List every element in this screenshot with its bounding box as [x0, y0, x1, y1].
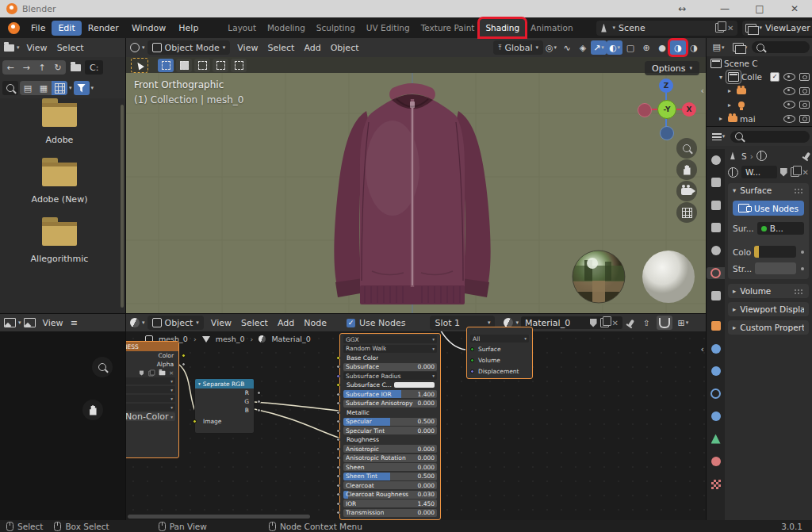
- world-color-swatch[interactable]: [754, 246, 796, 258]
- checkbox-checked-icon[interactable]: ✓: [770, 72, 779, 82]
- properties-tab-data[interactable]: [707, 433, 725, 445]
- principled-transmission[interactable]: Transmission0.000: [343, 509, 437, 517]
- principled-random-walk[interactable]: Random Walk▾: [343, 345, 437, 353]
- interpolation-dropdown[interactable]: ▾: [126, 377, 175, 385]
- gizmo-x-ball[interactable]: X: [682, 102, 696, 117]
- gizmo-z-ball[interactable]: Z: [659, 78, 673, 93]
- use-nodes-toggle[interactable]: ✓ Use Nodes: [347, 318, 406, 328]
- source-dropdown[interactable]: ▾: [126, 404, 175, 411]
- select-mode-intersect-button[interactable]: [231, 59, 247, 72]
- principled-base-color[interactable]: Base Color: [343, 354, 437, 362]
- open-image-icon[interactable]: [159, 371, 166, 375]
- output-socket[interactable]: [182, 354, 186, 358]
- file-browser-menu-select[interactable]: Select: [52, 41, 89, 55]
- image-texture-node-header[interactable]: NESS: [126, 342, 178, 351]
- workspace-tab-layout[interactable]: Layout: [222, 19, 262, 36]
- principled-bsdf-node[interactable]: GGX▾Random Walk▾Base ColorSubsurface0.00…: [339, 333, 441, 520]
- xray-toggle-icon[interactable]: ▢: [622, 40, 638, 55]
- separate-rgb-node[interactable]: ▾ Separate RGB RGB Image: [194, 378, 255, 434]
- select-mode-new-button[interactable]: [158, 59, 174, 72]
- input-socket[interactable]: [336, 465, 340, 469]
- input-socket[interactable]: [336, 419, 340, 423]
- material-name-field[interactable]: Material_0 ✕: [521, 316, 622, 329]
- properties-tab-particles[interactable]: [707, 366, 725, 377]
- image-editor-menu-view[interactable]: View: [38, 316, 68, 330]
- properties-tab-scene[interactable]: [707, 244, 725, 256]
- outliner-filter[interactable]: ▾: [730, 40, 749, 55]
- eye-icon[interactable]: [783, 101, 795, 109]
- copy-datablock-icon[interactable]: [791, 167, 799, 177]
- workspace-tab-shading[interactable]: Shading: [480, 19, 525, 36]
- image-icon[interactable]: [24, 318, 36, 327]
- outliner-row-camera[interactable]: ▸: [707, 84, 812, 98]
- world-name-field[interactable]: W...: [741, 166, 777, 178]
- unlink-scene-icon[interactable]: ✕: [727, 24, 733, 33]
- shader-menu-node[interactable]: Node: [299, 316, 331, 330]
- viewport-menu-select[interactable]: Select: [262, 41, 299, 55]
- principled-anisotropic-rotation[interactable]: Anisotropic Rotation0.000: [343, 454, 437, 462]
- input-socket[interactable]: [336, 456, 340, 460]
- input-socket[interactable]: [336, 401, 340, 405]
- menu-window[interactable]: Window: [125, 21, 172, 36]
- expand-arrow-icon[interactable]: ▸: [728, 101, 734, 109]
- properties-tab-object[interactable]: [707, 320, 725, 332]
- horizontal-list-button[interactable]: ▦: [36, 81, 52, 95]
- principled-anisotropic[interactable]: Anisotropic0.000: [343, 445, 437, 453]
- viewlayer-selector[interactable]: ▾ ViewLayer ✕: [742, 21, 812, 36]
- camera-view-button[interactable]: [676, 181, 697, 201]
- input-socket[interactable]: [470, 369, 474, 373]
- shader-menu-select[interactable]: Select: [236, 316, 273, 330]
- drag-grip-icon[interactable]: [794, 289, 804, 294]
- eye-icon[interactable]: [783, 87, 795, 95]
- file-folder-allegorithmic[interactable]: Allegorithmic: [31, 222, 89, 264]
- principled-ggx[interactable]: GGX▾: [343, 335, 437, 343]
- shading-material-preview-icon[interactable]: ◑: [670, 40, 686, 55]
- active-tool-icon[interactable]: [131, 58, 148, 73]
- principled-subsurface[interactable]: Subsurface0.000: [343, 363, 437, 371]
- gizmo-minus-z-ball[interactable]: [660, 126, 674, 140]
- select-mode-subtract-button[interactable]: [194, 59, 210, 72]
- expand-arrow-icon[interactable]: ▸: [728, 87, 734, 94]
- principled-sheen-tint[interactable]: Sheen Tint0.500: [343, 473, 437, 480]
- color-swatch[interactable]: [394, 382, 435, 388]
- properties-editor-icon[interactable]: ▾: [709, 129, 728, 144]
- pin-icon[interactable]: [804, 152, 810, 160]
- properties-tab-render[interactable]: [707, 177, 725, 189]
- principled-specular[interactable]: Specular0.500: [343, 418, 437, 426]
- input-socket[interactable]: [336, 411, 340, 415]
- sidebar-collapse-icon[interactable]: ‹: [701, 344, 704, 354]
- principled-clearcoat[interactable]: Clearcoat0.000: [343, 481, 437, 489]
- outliner-display-mode[interactable]: ▤▾: [709, 40, 728, 55]
- vertical-list-button[interactable]: ▤: [20, 81, 36, 95]
- workspace-tab-sculpting[interactable]: Sculpting: [311, 19, 361, 36]
- input-socket[interactable]: [470, 358, 474, 362]
- thumbnail-view-button[interactable]: [52, 81, 67, 95]
- input-socket[interactable]: [470, 347, 474, 351]
- shader-menu-view[interactable]: View: [206, 316, 236, 330]
- input-socket[interactable]: [336, 356, 340, 360]
- input-socket[interactable]: [336, 383, 340, 387]
- maximize-button[interactable]: □: [742, 3, 777, 14]
- extension-dropdown[interactable]: ▾: [126, 395, 175, 402]
- image-editor-icon[interactable]: [4, 318, 16, 327]
- unlink-datablock-icon[interactable]: ✕: [802, 168, 809, 177]
- overlays-toggle-icon[interactable]: ◐▾: [607, 40, 622, 55]
- drag-grip-icon[interactable]: [794, 188, 804, 193]
- menu-edit[interactable]: Edit: [52, 21, 81, 36]
- chevron-down-icon[interactable]: ▾: [91, 85, 94, 91]
- colorspace-dropdown[interactable]: Non-Color ▾: [126, 412, 175, 421]
- back-button[interactable]: ←: [2, 60, 18, 75]
- scene-name[interactable]: Scene: [619, 23, 712, 33]
- output-socket[interactable]: [182, 362, 186, 366]
- outliner-row-light[interactable]: ▸: [707, 98, 812, 113]
- select-mode-extend-button[interactable]: [176, 59, 192, 72]
- file-browser-editor-icon[interactable]: [4, 44, 14, 52]
- output-socket[interactable]: [257, 408, 261, 412]
- snapping-mode-icon[interactable]: ⊞▾: [675, 316, 691, 330]
- principled-subsurface-radius[interactable]: Subsurface Radius▾: [343, 372, 437, 380]
- input-socket[interactable]: [336, 474, 340, 478]
- material-output-node[interactable]: All ▾ SurfaceVolumeDisplacement: [466, 327, 533, 379]
- input-socket[interactable]: [336, 492, 340, 496]
- outliner-row-scene-c[interactable]: Scene C: [707, 56, 812, 71]
- collapse-arrow-icon[interactable]: ▾: [719, 74, 726, 81]
